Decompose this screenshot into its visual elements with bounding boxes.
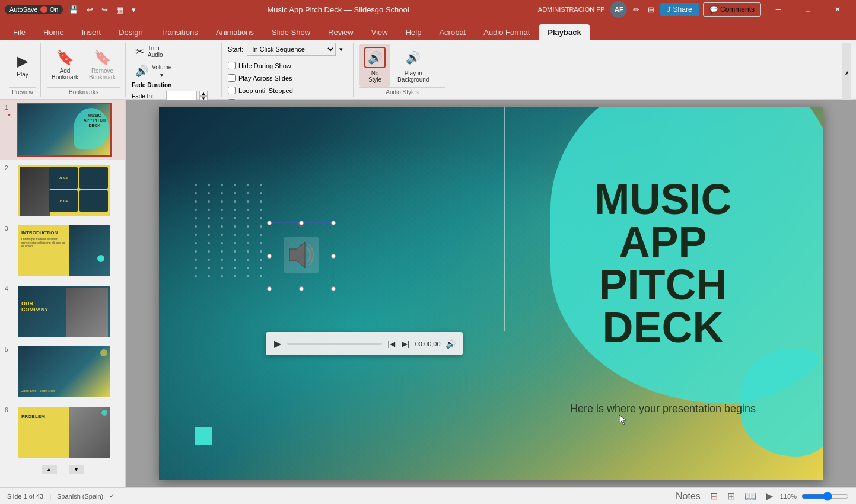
handle-tl[interactable] [267,221,272,225]
handle-tm[interactable] [299,221,304,225]
trim-audio-button[interactable]: ✂ Trim Audio [132,43,167,60]
autosave-badge[interactable]: AutoSave On [5,5,63,14]
thumb1-text: MUSICAPP PITCHDECK [84,113,106,128]
slide-sorter-button[interactable]: ⊞ [725,489,737,503]
autosave-dot [40,6,47,13]
autosave-label: AutoSave [9,6,38,13]
remove-bookmark-icon: 🔖 [94,49,112,66]
add-bookmark-button[interactable]: 🔖 Add Bookmark [47,44,83,87]
slide-item-1[interactable]: 1 ★ MUSICAPP PITCHDECK [0,100,125,160]
undo-button[interactable]: ↩ [84,4,96,15]
play-button[interactable]: ▶ Play [9,44,36,87]
tab-help[interactable]: Help [397,24,430,40]
remove-bookmark-button[interactable]: 🔖 Remove Bookmark [84,44,120,87]
slide-thumb-5[interactable]: Jane Doe John Doe [17,345,112,398]
pen-button[interactable]: ✏ [631,4,642,15]
audio-player: ▶ |◀ ▶| 00:00,00 🔊 [266,332,463,355]
share-button[interactable]: ⤴ Share [660,3,699,16]
slide-scroll-down[interactable]: ▼ [69,465,84,474]
tab-design[interactable]: Design [110,24,151,40]
handle-tr[interactable] [331,221,336,225]
slide-item-4[interactable]: 4 OURCOMPANY [0,281,125,342]
slide-thumb-6[interactable]: PROBLEM [17,406,112,459]
user-avatar[interactable]: AF [610,1,627,18]
document-title: Music App Pitch Deck — Slidesgo School [138,5,537,14]
redo-button[interactable]: ↪ [99,4,110,15]
close-button[interactable]: ✕ [824,0,851,19]
play-across-slides-checkbox[interactable]: Play Across Slides [228,73,292,83]
handle-mr[interactable] [331,254,336,259]
fade-in-up[interactable]: ▲ [199,91,208,96]
slide-thumb-1[interactable]: MUSICAPP PITCHDECK [17,103,112,157]
volume-button[interactable]: 🔊 Volume ▾ [132,62,175,81]
tab-file[interactable]: File [5,24,34,40]
loop-until-stopped-checkbox[interactable]: Loop until Stopped [228,85,293,95]
display-button[interactable]: ⊞ [645,4,657,15]
tab-playback[interactable]: Playback [539,24,589,40]
slide-item-3[interactable]: 3 INTRODUCTION Lorem ipsum dolor sit ame… [0,221,125,281]
player-forward-button[interactable]: ▶| [401,339,411,349]
tab-insert[interactable]: Insert [74,24,110,40]
handle-br[interactable] [331,286,336,291]
handle-bm[interactable] [299,286,304,291]
slide-thumb-3[interactable]: INTRODUCTION Lorem ipsum dolor sit amet … [17,224,112,277]
tab-slideshow[interactable]: Slide Show [263,24,319,40]
slideshow-button[interactable]: ▶ [763,489,775,503]
slide-scroll-up[interactable]: ▲ [42,465,57,474]
player-timeline[interactable] [287,343,382,345]
save-button[interactable]: 💾 [66,4,81,15]
maximize-button[interactable]: □ [794,0,822,19]
start-label: Start: [228,46,243,53]
loop-until-stopped-input[interactable] [228,87,236,94]
notes-button[interactable]: Notes [673,490,703,503]
tab-acrobat[interactable]: Acrobat [431,24,474,40]
hide-during-show-checkbox[interactable]: Hide During Show [228,60,291,71]
play-across-slides-input[interactable] [228,74,236,82]
slide-item-2[interactable]: 2 01 02 03 04 [0,160,125,221]
slide-info: Slide 1 of 43 [7,493,43,500]
presenter-button[interactable]: ▦ [114,4,126,15]
player-play-button[interactable]: ▶ [273,337,282,350]
ribbon-group-preview: ▶ Play Preview [5,43,41,97]
start-row: Start: In Click Sequence Automatically W… [228,43,343,56]
slide-item-5[interactable]: 5 Jane Doe John Doe [0,342,125,402]
slide-thumb-inner-4: OURCOMPANY [18,286,110,337]
handle-bl[interactable] [267,286,272,291]
comments-button[interactable]: 💬 Comments [703,2,761,17]
slide-thumb-2[interactable]: 01 02 03 04 [17,164,112,217]
tab-transitions[interactable]: Transitions [152,24,206,40]
slide-item-6[interactable]: 6 PROBLEM [0,402,125,462]
zoom-slider[interactable] [801,492,849,501]
player-back-button[interactable]: |◀ [387,339,396,349]
thumb2-img [20,167,50,216]
handle-ml[interactable] [267,254,272,259]
tab-audio-format[interactable]: Audio Format [475,24,538,40]
slide-title: MUSICAPP PITCHDECK [550,178,776,349]
slide-subtitle: Here is where your presentation begins [550,403,776,415]
dot-grid [195,184,267,277]
accessibility-icon: ✓ [109,492,114,500]
ribbon-group-audio-styles: 🔊 No Style 🔊 Play in Background Audio St… [355,43,450,97]
slide-thumb-4[interactable]: OURCOMPANY [17,285,112,338]
start-select[interactable]: In Click Sequence Automatically When Cli… [247,43,336,56]
reading-view-button[interactable]: 📖 [742,489,759,503]
audio-icon-container[interactable]: ↺ [284,237,319,275]
hide-during-show-input[interactable] [228,62,236,69]
audio-styles-group-label: Audio Styles [359,87,445,97]
selection-box [269,222,334,289]
ribbon-collapse-button[interactable]: ∧ [842,43,851,102]
tab-review[interactable]: Review [320,24,362,40]
qat-dropdown-button[interactable]: ▾ [129,4,138,15]
tab-home[interactable]: Home [35,24,72,40]
preview-group-label: Preview [9,87,36,97]
minimize-button[interactable]: ─ [765,0,792,19]
no-style-button[interactable]: 🔊 No Style [359,44,390,87]
slide-canvas: MUSICAPP PITCHDECK Here is where your pr… [159,107,823,480]
play-in-background-button[interactable]: 🔊 Play in Background [393,44,434,87]
tab-view[interactable]: View [363,24,396,40]
player-volume-button[interactable]: 🔊 [445,339,456,349]
window-controls: ─ □ ✕ [765,0,851,19]
tab-animations[interactable]: Animations [208,24,262,40]
normal-view-button[interactable]: ⊟ [708,489,720,503]
player-time: 00:00,00 [415,340,441,347]
